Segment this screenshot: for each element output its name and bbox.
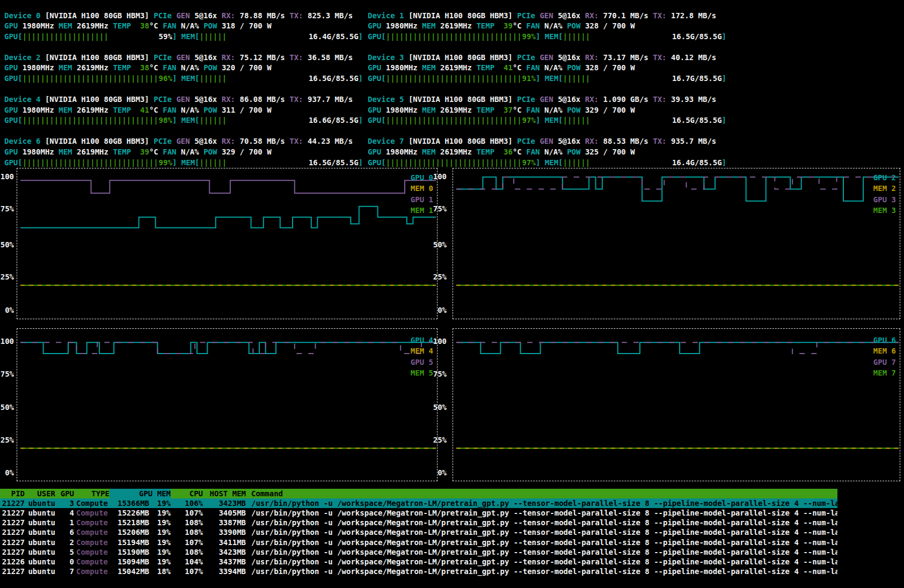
gpu-bar-close: ]: [536, 32, 540, 41]
mem-usage-value: 16.5G/85.5G: [309, 74, 359, 84]
table-row[interactable]: 21227ubuntu5Compute15190MB19%108%3423MB/…: [0, 547, 837, 557]
pcie-label: PCIe: [517, 95, 535, 104]
cell-command: /usr/bin/python -u /workspace/Megatron-L…: [251, 567, 837, 576]
device-info-line: Device 5[NVIDIA H100 80GB HBM3]PCIeGEN5@…: [368, 94, 731, 105]
cell-user: ubuntu: [25, 557, 55, 567]
gpu-clock-value: 1980MHz: [386, 21, 418, 30]
gen-label: GEN: [176, 11, 189, 20]
cell-cpu: 108%: [171, 518, 203, 527]
cell-mem-pct: 19%: [149, 538, 171, 547]
gpu-bar-fill: |||||||||||||||||||: [23, 32, 108, 41]
power-label: POW: [203, 106, 217, 114]
table-row[interactable]: 21227ubuntu7Compute15042MB18%107%3394MB/…: [0, 567, 837, 576]
cell-type: Compute: [76, 547, 110, 557]
rx-label: RX:: [585, 11, 599, 20]
chart-legend-item: GPU 5: [362, 357, 433, 368]
tx-value: 935.7 MB/s: [671, 137, 716, 145]
mem-bar-close: ]: [722, 116, 726, 124]
tx-value: 825.3 MB/s: [308, 11, 353, 20]
ytick-label: 0%: [0, 468, 14, 479]
rx-label: RX:: [222, 11, 235, 20]
temp-value: 37: [504, 106, 513, 114]
fan-label: FAN: [163, 21, 176, 30]
mem-clock-value: 2619MHz: [440, 106, 472, 114]
table-row[interactable]: 21227ubuntu3Compute15366MB19%106%3423MB/…: [0, 498, 837, 508]
gpu-util-percent: 99%: [522, 32, 536, 42]
fan-value: N/A%: [181, 106, 199, 114]
header-type: TYPE: [76, 489, 110, 498]
rx-label: RX:: [585, 95, 599, 104]
power-value: 320 / 700 W: [222, 63, 272, 72]
pcie-gen-value: 5@16x: [194, 11, 217, 20]
cell-gpu: 5: [55, 547, 74, 557]
header-pid: PID: [0, 489, 25, 498]
cell-gpu-mem: 15206MB: [110, 527, 149, 537]
fan-value: N/A%: [181, 63, 199, 72]
mem-clock-label: MEM: [422, 63, 435, 72]
mem-bar-fill: ||||||: [563, 116, 590, 124]
device-block: Device 6[NVIDIA H100 80GB HBM3]PCIeGEN5@…: [4, 136, 367, 168]
mem-usage-value: 16.5G/85.5G: [309, 158, 359, 168]
mem-clock-label: MEM: [59, 63, 72, 72]
gpu-util-percent: 91%: [522, 74, 536, 84]
gpu-clock-value: 1980MHz: [386, 106, 418, 114]
device-bars-line: GPU[||||||||||||||||||||||||||||||98%]ME…: [4, 115, 367, 126]
gpu-clock-label: GPU: [4, 63, 18, 72]
header-user: USER: [25, 489, 55, 498]
cell-user: ubuntu: [25, 508, 55, 518]
gpu-clock-label: GPU: [4, 106, 18, 114]
table-row[interactable]: 21227ubuntu1Compute15218MB19%108%3387MB/…: [0, 518, 837, 527]
gen-label: GEN: [176, 95, 189, 104]
mem-clock-label: MEM: [59, 106, 72, 114]
cell-cpu: 104%: [171, 557, 203, 567]
cell-host-mem: 3437MB: [203, 557, 246, 567]
ytick-label: 0%: [0, 305, 14, 316]
power-label: POW: [567, 106, 580, 114]
mem-bar-open: MEM[: [545, 158, 563, 167]
mem-clock-label: MEM: [422, 106, 435, 114]
mem-usage-value: 16.5G/85.5G: [672, 115, 722, 126]
table-row[interactable]: 21227ubuntu2Compute15194MB19%107%3411MB/…: [0, 538, 837, 547]
table-row[interactable]: 21227ubuntu4Compute15226MB19%107%3405MB/…: [0, 508, 837, 518]
mem-clock-value: 2619MHz: [77, 63, 108, 72]
ytick-label: 100: [422, 336, 447, 347]
temp-value: 41: [504, 63, 513, 72]
temp-label: TEMP: [113, 63, 131, 72]
gpu-util-percent: 98%: [159, 115, 172, 126]
mem-util-bar: ||||||16.7G/85.5G: [563, 74, 722, 84]
fan-value: N/A%: [544, 148, 563, 156]
device-clock-line: GPU1980MHzMEM2619MHzTEMP36°CFANN/A%POW32…: [368, 147, 731, 158]
temp-value: 41: [140, 106, 149, 114]
fan-label: FAN: [526, 63, 540, 72]
table-row[interactable]: 21226ubuntu0Compute15094MB19%104%3437MB/…: [0, 557, 837, 567]
gpu-util-percent: 99%: [159, 158, 172, 168]
tx-label: TX:: [289, 53, 303, 62]
chart-legend-item: MEM 0: [362, 183, 433, 194]
cell-pid: 21227: [0, 498, 25, 508]
cell-gpu-mem: 15190MB: [110, 547, 149, 557]
fan-label: FAN: [526, 148, 540, 156]
header-gpu: GPU: [55, 489, 74, 498]
device-model: [NVIDIA H100 80GB HBM3]: [409, 53, 513, 62]
tx-label: TX:: [289, 11, 303, 20]
temp-label: TEMP: [113, 148, 131, 156]
cell-gpu: 7: [55, 567, 74, 576]
power-label: POW: [203, 63, 217, 72]
cell-pid: 21227: [0, 538, 25, 547]
gpu-util-bar: ||||||||||||||||||||||||||||||97%: [386, 115, 536, 126]
rx-label: RX:: [222, 53, 235, 62]
device-title: Device 2: [4, 53, 40, 62]
mem-usage-value: 16.4G/85.5G: [672, 158, 722, 168]
gpu-bar-close: ]: [536, 74, 540, 83]
cell-gpu: 6: [55, 527, 74, 537]
mem-clock-value: 2619MHz: [77, 21, 108, 30]
rx-label: RX:: [585, 53, 599, 62]
ytick-label: 25%: [0, 272, 14, 283]
chart-legend-item: MEM 6: [825, 346, 896, 357]
table-row[interactable]: 21227ubuntu6Compute15206MB19%108%3390MB/…: [0, 527, 837, 537]
device-title: Device 5: [368, 95, 404, 104]
cell-type: Compute: [76, 527, 110, 537]
gpu-bar-fill: ||||||||||||||||||||||||||||||: [23, 158, 158, 167]
temp-value: 39: [504, 21, 513, 30]
mem-clock-label: MEM: [59, 21, 72, 30]
